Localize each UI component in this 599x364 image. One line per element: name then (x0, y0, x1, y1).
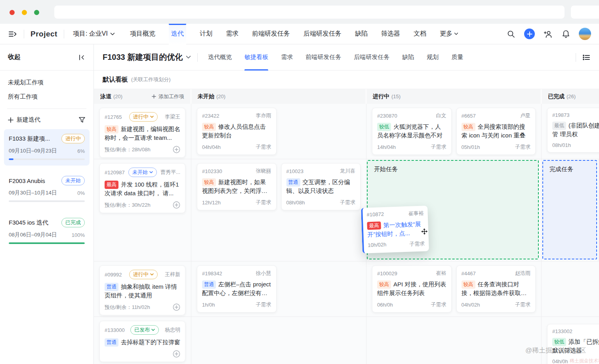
notifications-bell-icon[interactable] (562, 30, 570, 38)
card-title: 去掉标题下的下拉弹窗 (121, 339, 180, 345)
task-card[interactable]: #19873 最低(非团队创建 project 管 理员权 08h/01h (547, 108, 599, 152)
nav-item-frontend-tasks[interactable]: 前端研发任务 (252, 24, 290, 44)
nav-item-requirements[interactable]: 需求 (226, 24, 238, 44)
project-select-label: 项目: 企业VI (73, 30, 108, 38)
cell-done: #19873 最低(非团队创建 project 管 理员权 08h/01h (542, 104, 599, 162)
circle-plus-icon[interactable] (173, 146, 180, 153)
priority-badge: 最低 (552, 122, 566, 130)
card-assignee: 卢星 (520, 112, 530, 119)
nav-item-plan[interactable]: 计划 (200, 24, 212, 44)
cell-done: #133002 较低添加「已拆解」组件默认筛选器 04h/0h (542, 317, 599, 364)
task-card[interactable]: #09992 进行中 王梓新 普通抽象和抽取 item 详情页组件，使其通用 预… (99, 265, 185, 315)
sidebar-toggle-icon[interactable] (8, 29, 17, 39)
sidebar-item-unplanned[interactable]: 未规划工作项 (8, 75, 86, 90)
task-card[interactable]: #133002 较低添加「已拆解」组件默认筛选器 04h/0h (547, 324, 599, 364)
sprint-item-f1033[interactable]: F1033 新建项... 进行中 09月10日–09月23日 6% (4, 129, 90, 166)
search-icon[interactable] (507, 30, 515, 38)
drop-zone-finish-task[interactable]: 完成任务 (542, 160, 597, 259)
tab-agile-board[interactable]: 敏捷看板 (244, 44, 268, 71)
nav-item-project-overview[interactable]: 项目概览 (130, 24, 155, 44)
task-card[interactable]: #12765 进行中 李梁王 较高新建视图，编辑视图名称时，会一直请求 team… (99, 108, 185, 158)
card-hours: 11h/02h (132, 304, 150, 310)
circle-plus-icon[interactable] (173, 350, 180, 358)
task-card[interactable]: #120987 未开始 曹秀平... 最高并发 100 线程，循环1次请求 da… (99, 163, 185, 213)
task-card[interactable]: #198342徐小慧 普通左侧栏–点击 project 配置中心，左侧栏没有选中… (197, 265, 277, 313)
status-pill[interactable]: 进行中 (129, 270, 158, 279)
tab-requirements[interactable]: 需求 (281, 44, 293, 71)
card-hours: 04h/04h (202, 144, 221, 150)
status-pill[interactable]: 进行中 (129, 112, 158, 122)
task-card[interactable]: #4467赵浩雨 较高任务查询接口对接，根据筛选条件获取列表数据 04h/02h… (456, 265, 536, 313)
sprint-title-dropdown[interactable]: F1033 新建项目的优化 (103, 52, 191, 63)
tab-iteration-overview[interactable]: 迭代概览 (208, 44, 232, 71)
priority-badge: 普通 (286, 178, 300, 187)
new-sprint-button[interactable]: 新建迭代 (8, 116, 40, 124)
add-work-item-button[interactable]: 添加工作项 (152, 93, 184, 100)
sprint-item-f2003[interactable]: F2003 Anubis 未开始 09月30日–10月14日 0% (4, 171, 90, 208)
task-card[interactable]: #100029崔裕 较高API 对接，使用列表组件展示任务列表 06h/0h子需… (372, 265, 452, 313)
nav-item-iteration[interactable]: 迭代 (169, 24, 186, 44)
create-button[interactable] (524, 29, 535, 39)
card-assignee: 李梁王 (165, 113, 180, 120)
nav-item-more[interactable]: 更多 (440, 24, 458, 44)
maximize-window-button[interactable] (34, 10, 39, 15)
filter-funnel-icon[interactable] (78, 116, 86, 123)
nav-item-docs[interactable]: 文档 (414, 24, 426, 44)
priority-badge: 较高 (462, 123, 475, 131)
sprint-name: F1033 新建项... (9, 135, 50, 143)
collapse-sidebar-icon[interactable] (78, 54, 86, 61)
status-pill[interactable]: 已发布 (130, 325, 159, 335)
board-list-view-icon[interactable] (582, 54, 590, 61)
column-header-doing: 进行中 (15) (366, 89, 541, 104)
card-hours: 30h/22h (132, 202, 151, 208)
tab-backend-tasks[interactable]: 后端研发任务 (354, 44, 389, 71)
cell-swimlane: #12765 进行中 李梁王 较高新建视图，编辑视图名称时，会一直请求 team… (94, 104, 191, 162)
address-bar[interactable] (54, 6, 565, 19)
close-window-button[interactable] (10, 10, 15, 15)
new-sprint-label: 新建迭代 (17, 116, 40, 124)
dragged-task-card[interactable]: #10872崔事裕 最高第一次触发“展开”按钮时，点... 10h/02h子需求 (361, 206, 429, 253)
chevron-down-icon (151, 329, 155, 331)
task-card[interactable]: #10023龙川喜 普通交互调整，区分编辑、以及只读状态 08h/08h子需求 (281, 163, 361, 210)
tab-defects[interactable]: 缺陷 (402, 44, 414, 71)
plus-icon (152, 94, 156, 99)
cell-done (542, 261, 599, 319)
estimate-label: 预估/剩余： (105, 147, 132, 152)
task-card[interactable]: #6657卢星 较高全局搜索顶部的搜索 icon 与关闭 icon 重叠 05h… (456, 108, 536, 155)
priority-badge: 普通 (105, 283, 118, 291)
cell-todo: #102330张晓丽 较高新建视图时，如果视图列表为空，关闭浮窗时 12h/12… (191, 159, 366, 261)
nav-more-label: 更多 (440, 30, 452, 38)
project-select[interactable]: 项目: 企业VI (73, 30, 115, 38)
sprint-name: F2003 Anubis (9, 177, 45, 184)
card-hours: 04h/02h (462, 302, 480, 308)
tab-quality[interactable]: 质量 (451, 44, 463, 71)
subtask-tag: 子需求 (340, 199, 355, 206)
divider (576, 53, 576, 62)
divider (24, 30, 24, 38)
circle-plus-icon[interactable] (173, 303, 180, 311)
priority-badge: 较高 (202, 123, 216, 131)
circle-plus-icon[interactable] (173, 201, 180, 209)
task-card[interactable]: #102330张晓丽 较高新建视图时，如果视图列表为空，关闭浮窗时 12h/12… (197, 163, 277, 210)
avatar[interactable] (579, 28, 591, 40)
kanban-board: #12765 进行中 李梁王 较高新建视图，编辑视图名称时，会一直请求 team… (94, 104, 599, 364)
nav-item-defects[interactable]: 缺陷 (355, 24, 368, 44)
status-pill-label: 进行中 (133, 113, 149, 120)
sidebar-item-all-items[interactable]: 所有工作项 (8, 90, 86, 104)
nav-item-filters[interactable]: 筛选器 (381, 24, 400, 44)
task-card[interactable]: #230870白文 较低火狐浏览器下，人员名称字体显示颜色不对 14h/04h子… (372, 108, 452, 155)
invite-member-icon[interactable] (544, 30, 553, 38)
tab-planning[interactable]: 规划 (427, 44, 439, 71)
swimlane-row: #09992 进行中 王梓新 普通抽象和抽取 item 详情页组件，使其通用 预… (94, 261, 599, 317)
column-count: (20) (216, 93, 225, 99)
subtask-tag: 子需求 (256, 199, 271, 206)
sprint-item-f3045[interactable]: F3045 ios 迭代 已完成 08月06日–09月04日 100% (4, 213, 90, 250)
tab-frontend-tasks[interactable]: 前端研发任务 (305, 44, 341, 71)
task-card[interactable]: #23422李亦雨 较高修改人员信息点击更新控制台 04h/04h子需求 (197, 108, 277, 155)
nav-item-backend-tasks[interactable]: 后端研发任务 (303, 24, 341, 44)
status-pill[interactable]: 未开始 (128, 168, 157, 177)
minimize-window-button[interactable] (22, 10, 27, 15)
chevron-down-icon (149, 171, 153, 173)
move-cursor-icon (421, 228, 428, 235)
task-card[interactable]: #133000 已发布 杨忠明 普通去掉标题下的下拉弹窗 (99, 321, 185, 362)
